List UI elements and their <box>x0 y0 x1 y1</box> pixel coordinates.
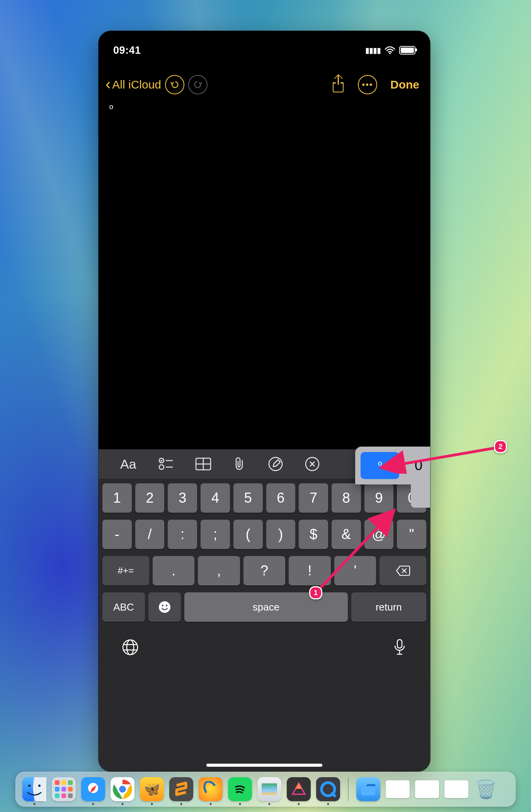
key-at[interactable]: @ <box>364 520 394 549</box>
dock-minimized-window-1[interactable] <box>386 780 410 798</box>
status-time: 09:41 <box>113 44 141 56</box>
dock-minimized-window-2[interactable] <box>415 780 439 798</box>
key-quote[interactable]: " <box>397 520 426 549</box>
close-keyboard-button[interactable] <box>305 457 320 471</box>
attach-button[interactable] <box>233 456 246 472</box>
key-amp[interactable]: & <box>332 520 361 549</box>
cellular-icon: ▮▮▮▮ <box>365 46 381 55</box>
home-indicator[interactable] <box>206 764 322 767</box>
macos-dock: 🦋 🗑️ <box>15 772 516 807</box>
svg-point-8 <box>269 457 282 471</box>
svg-marker-29 <box>88 784 98 795</box>
done-button[interactable]: Done <box>390 78 419 91</box>
text-format-button[interactable]: Aa <box>120 457 136 472</box>
svg-point-14 <box>159 601 170 613</box>
keyboard-bottom-bar <box>99 629 430 670</box>
dock-app-launchpad[interactable] <box>52 777 76 801</box>
key-symbols[interactable]: #+= <box>102 556 149 585</box>
popover-option-zero[interactable]: 0 <box>399 452 430 479</box>
svg-point-0 <box>389 53 391 54</box>
key-dash[interactable]: - <box>102 520 132 549</box>
redo-button[interactable] <box>188 75 208 94</box>
key-comma[interactable]: , <box>198 556 240 585</box>
status-bar: 09:41 ▮▮▮▮ <box>99 31 430 62</box>
svg-point-17 <box>123 640 138 655</box>
key-rparen[interactable]: ) <box>266 520 296 549</box>
key-period[interactable]: . <box>153 556 194 585</box>
key-7[interactable]: 7 <box>299 483 328 513</box>
key-semicolon[interactable]: ; <box>201 520 230 549</box>
key-backspace[interactable] <box>380 556 426 585</box>
dock-app-freeform[interactable]: 🦋 <box>140 777 164 801</box>
key-space[interactable]: space <box>184 592 347 622</box>
key-slash[interactable]: / <box>135 520 165 549</box>
dock-separator <box>348 778 349 801</box>
key-question[interactable]: ? <box>243 556 285 585</box>
dictation-button[interactable] <box>392 638 407 658</box>
globe-button[interactable] <box>122 639 139 657</box>
svg-point-3 <box>159 465 164 469</box>
key-exclaim[interactable]: ! <box>289 556 330 585</box>
wifi-icon <box>385 46 395 55</box>
text-format-label: Aa <box>120 457 136 472</box>
key-3[interactable]: 3 <box>168 483 197 513</box>
key-lparen[interactable]: ( <box>233 520 263 549</box>
note-content[interactable]: º <box>99 98 430 146</box>
dock-app-octave[interactable] <box>199 777 223 801</box>
svg-rect-36 <box>361 786 375 795</box>
emoji-icon <box>158 600 172 614</box>
dock-app-spotify[interactable] <box>228 777 252 801</box>
keyboard-zone: Aa 1 2 3 4 5 <box>99 449 430 771</box>
checklist-button[interactable] <box>158 457 174 471</box>
svg-rect-21 <box>397 640 402 648</box>
dock-app-affinity[interactable] <box>287 777 311 801</box>
key-dollar[interactable]: $ <box>299 520 328 549</box>
note-text: º <box>109 103 113 114</box>
markup-button[interactable] <box>268 456 283 472</box>
key-abc[interactable]: ABC <box>102 592 145 622</box>
table-button[interactable] <box>195 457 211 471</box>
key-1[interactable]: 1 <box>102 483 132 513</box>
dock-app-chrome[interactable] <box>111 777 134 801</box>
dock-app-quicktime[interactable] <box>316 777 340 801</box>
kb-row-4: ABC space return <box>102 592 427 629</box>
key-apostrophe[interactable]: ' <box>334 556 376 585</box>
key-emoji[interactable] <box>148 592 181 622</box>
key-4[interactable]: 4 <box>201 483 230 513</box>
keyboard: 1 2 3 4 5 6 7 8 9 0 - / : ; ( ) $ & @ <box>99 479 430 629</box>
dock-app-finder[interactable] <box>22 777 46 801</box>
popover-stem <box>411 481 430 508</box>
svg-point-28 <box>38 785 41 787</box>
iphone-mirror-window: 09:41 ▮▮▮▮ ‹ All iCloud ••• Done º <box>99 31 430 771</box>
status-indicators: ▮▮▮▮ <box>365 46 415 55</box>
key-6[interactable]: 6 <box>266 483 296 513</box>
svg-point-18 <box>127 640 134 655</box>
dock-app-preview[interactable] <box>257 777 281 801</box>
dock-app-sublime[interactable] <box>169 777 193 801</box>
annotation-badge-2: 2 <box>494 440 507 453</box>
notes-toolbar: ‹ All iCloud ••• Done <box>99 62 430 98</box>
svg-point-16 <box>166 605 167 606</box>
dock-app-safari[interactable] <box>81 777 105 801</box>
dock-trash[interactable]: 🗑️ <box>474 777 498 801</box>
battery-icon <box>399 46 415 55</box>
svg-point-15 <box>162 605 163 606</box>
kb-row-3: #+= . , ? ! ' <box>102 556 427 585</box>
key-8[interactable]: 8 <box>332 483 361 513</box>
key-2[interactable]: 2 <box>135 483 165 513</box>
back-button[interactable]: ‹ All iCloud <box>106 78 161 91</box>
share-button[interactable] <box>332 77 345 92</box>
key-longpress-popover[interactable]: º 0 <box>355 447 430 484</box>
back-label: All iCloud <box>112 78 161 91</box>
kb-row-1: 1 2 3 4 5 6 7 8 9 0 <box>102 483 427 513</box>
kb-row-2: - / : ; ( ) $ & @ " <box>102 520 427 549</box>
dock-minimized-window-3[interactable] <box>444 780 468 798</box>
more-button[interactable]: ••• <box>358 75 377 94</box>
key-return[interactable]: return <box>351 592 426 622</box>
undo-button[interactable] <box>165 75 184 94</box>
dock-downloads-folder[interactable] <box>356 777 380 801</box>
key-5[interactable]: 5 <box>233 483 263 513</box>
key-9[interactable]: 9 <box>364 483 394 513</box>
popover-option-degree[interactable]: º <box>361 452 399 479</box>
key-colon[interactable]: : <box>168 520 197 549</box>
